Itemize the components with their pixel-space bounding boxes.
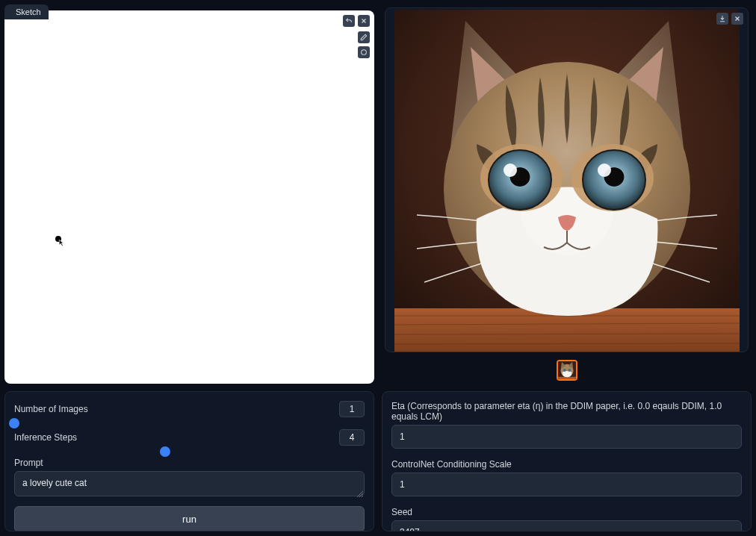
cn-scale-input[interactable] xyxy=(391,473,742,496)
sketch-panel: Sketch xyxy=(4,4,374,384)
left-controls-panel: Number of Images 1 Inference Steps 4 Pro… xyxy=(4,391,374,532)
svg-point-19 xyxy=(563,369,566,372)
cat-image xyxy=(394,10,740,352)
output-image[interactable] xyxy=(394,10,740,352)
cat-thumb-image xyxy=(558,361,576,379)
seed-label: Seed xyxy=(391,507,742,517)
close-icon xyxy=(360,17,368,25)
output-thumbnail[interactable] xyxy=(557,360,577,381)
clear-button[interactable] xyxy=(358,15,370,27)
prompt-label: Prompt xyxy=(14,458,365,468)
sketch-tab-label: Sketch xyxy=(16,7,41,16)
output-panel xyxy=(382,4,752,384)
right-controls-panel: Eta (Corresponds to parameter eta (η) in… xyxy=(382,391,752,532)
svg-point-0 xyxy=(362,50,367,55)
run-button[interactable]: run xyxy=(14,506,365,532)
prompt-input[interactable] xyxy=(14,471,365,496)
inference-steps-label: Inference Steps xyxy=(14,432,77,443)
inference-steps-value[interactable]: 4 xyxy=(339,429,365,446)
undo-button[interactable] xyxy=(343,15,355,27)
close-icon xyxy=(734,15,741,22)
cn-scale-label: ControlNet Conditioning Scale xyxy=(391,459,742,470)
num-images-value[interactable]: 1 xyxy=(339,401,365,417)
undo-icon xyxy=(345,17,353,25)
cursor xyxy=(55,236,66,246)
output-image-container xyxy=(385,7,749,352)
inference-steps-field: Inference Steps 4 xyxy=(14,429,365,450)
brush-icon xyxy=(360,34,368,41)
num-images-label: Number of Images xyxy=(14,404,88,414)
color-button[interactable] xyxy=(358,46,370,58)
download-button[interactable] xyxy=(716,13,728,25)
seed-field: Seed xyxy=(391,507,742,532)
svg-point-13 xyxy=(598,163,611,177)
eta-field: Eta (Corresponds to parameter eta (η) in… xyxy=(391,401,742,449)
svg-point-12 xyxy=(504,163,517,177)
cursor-icon xyxy=(58,239,66,246)
cn-scale-field: ControlNet Conditioning Scale xyxy=(391,459,742,496)
brush-button[interactable] xyxy=(358,31,370,43)
download-icon xyxy=(719,15,726,22)
prompt-field: Prompt xyxy=(14,458,365,499)
seed-input[interactable] xyxy=(391,520,742,532)
sketch-tab[interactable]: Sketch xyxy=(4,4,49,19)
close-output-button[interactable] xyxy=(731,13,743,25)
eta-input[interactable] xyxy=(391,425,742,449)
sketch-canvas[interactable] xyxy=(4,10,374,384)
eta-label: Eta (Corresponds to parameter eta (η) in… xyxy=(391,401,742,422)
svg-point-20 xyxy=(568,369,571,372)
num-images-field: Number of Images 1 xyxy=(14,401,365,422)
palette-icon xyxy=(360,49,368,56)
